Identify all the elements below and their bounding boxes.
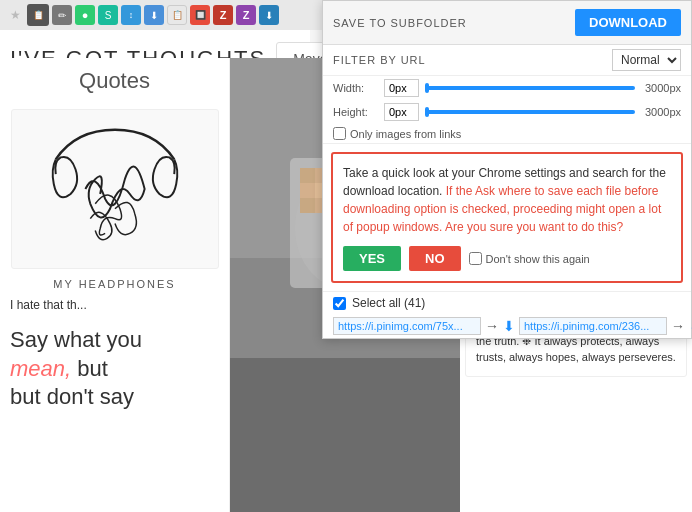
ext-icon-5[interactable]: ↕ [121, 5, 141, 25]
svg-rect-20 [230, 358, 460, 512]
say-what-section: Say what you mean, but but don't say [0, 316, 229, 422]
warning-text: Take a quick look at your Chrome setting… [343, 164, 671, 236]
warning-dialog: Take a quick look at your Chrome setting… [331, 152, 683, 283]
scribble-card [11, 109, 219, 269]
dont-show-label: Don't show this again [486, 253, 590, 265]
left-sidebar: Quotes MY HEADPHONES I hate that th... S… [0, 58, 230, 512]
scribble-svg [12, 110, 218, 268]
url-input-1[interactable] [333, 317, 481, 335]
svg-rect-10 [300, 183, 315, 198]
select-all-label: Select all (41) [352, 296, 425, 310]
select-all-checkbox[interactable] [333, 297, 346, 310]
select-all-bar: Select all (41) [323, 291, 691, 314]
height-label: Height: [333, 106, 378, 118]
url-input-2[interactable] [519, 317, 667, 335]
no-button[interactable]: NO [409, 246, 461, 271]
mean-highlight: mean, [10, 356, 71, 381]
width-max: 3000px [641, 82, 681, 94]
dont-say-text: but don't say [10, 383, 219, 412]
dont-show-checkbox[interactable] [469, 252, 482, 265]
panel-title: SAVE TO SUBFOLDER [333, 17, 575, 29]
only-images-row: Only images from links [323, 124, 691, 144]
ext-icon-10[interactable]: Z [236, 5, 256, 25]
url-row: → ⬇ → ⬇ [323, 314, 691, 338]
ext-icon-6[interactable]: ⬇ [144, 5, 164, 25]
say-text: Say what you [10, 326, 219, 355]
ext-icon-1[interactable]: 📋 [27, 4, 49, 26]
dont-show-row: Don't show this again [469, 252, 590, 265]
height-input[interactable] [384, 103, 419, 121]
width-label: Width: [333, 82, 378, 94]
only-images-label: Only images from links [350, 128, 461, 140]
download-icon-1[interactable]: ⬇ [503, 318, 515, 334]
filter-url-label: FILTER BY URL [333, 54, 604, 66]
ext-icon-11[interactable]: ⬇ [259, 5, 279, 25]
height-max: 3000px [641, 106, 681, 118]
ext-icon-2[interactable]: ✏ [52, 5, 72, 25]
width-row: Width: 3000px [323, 76, 691, 100]
normal-select[interactable]: Normal [612, 49, 681, 71]
ext-icon-3[interactable]: ● [75, 5, 95, 25]
mean-text: mean, but [10, 355, 219, 384]
ext-icon-4[interactable]: S [98, 5, 118, 25]
ext-icon-9[interactable]: Z [213, 5, 233, 25]
ext-icon-7[interactable]: 📋 [167, 5, 187, 25]
width-input[interactable] [384, 79, 419, 97]
ext-icon-8[interactable]: 🔲 [190, 5, 210, 25]
but-text: but [77, 356, 108, 381]
download-button[interactable]: DOWNLOAD [575, 9, 681, 36]
scribble-label: MY HEADPHONES [0, 274, 229, 294]
only-images-checkbox[interactable] [333, 127, 346, 140]
yes-button[interactable]: YES [343, 246, 401, 271]
width-slider[interactable] [425, 86, 635, 90]
height-row: Height: 3000px [323, 100, 691, 124]
arrow-icon-1: → [485, 318, 499, 334]
svg-rect-15 [300, 198, 315, 213]
warning-buttons: YES NO Don't show this again [343, 246, 671, 271]
height-slider[interactable] [425, 110, 635, 114]
download-panel: SAVE TO SUBFOLDER DOWNLOAD FILTER BY URL… [322, 0, 692, 339]
svg-rect-0 [16, 110, 214, 268]
svg-rect-5 [300, 168, 315, 183]
bookmark-icon[interactable]: ★ [6, 6, 24, 24]
panel-header: SAVE TO SUBFOLDER DOWNLOAD [323, 1, 691, 45]
arrow-icon-2: → [671, 318, 685, 334]
filter-url-row: FILTER BY URL Normal [323, 45, 691, 76]
hate-text: I hate that th... [0, 294, 229, 316]
sidebar-title: Quotes [0, 58, 229, 104]
